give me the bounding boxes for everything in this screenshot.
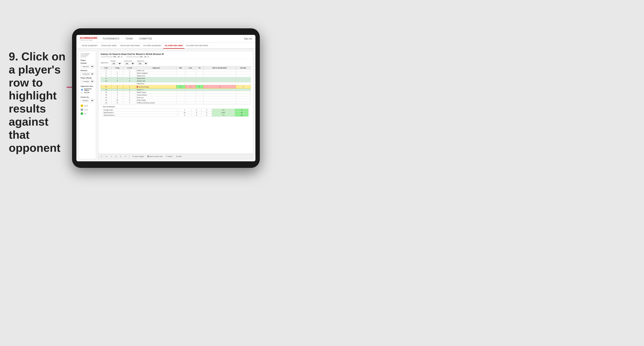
filters-row: Opponents: Region (All) Conference (All) [98,59,253,66]
toolbar-separator-1 [129,155,130,158]
col-rounds: Rounds [236,67,250,69]
player-section-label: Player [80,59,94,61]
opponent-view-section: Opponent view Opponents Played Top 100 [80,85,94,94]
table-row[interactable]: 914Sharon Mun [101,77,251,80]
col-win: Win [176,67,185,69]
opponents-label: Opponents: [101,62,108,63]
table-row[interactable]: 613Sydney Kuo [101,75,251,77]
col-reg: # Reg [111,67,123,69]
gender-select[interactable]: Women's [80,65,94,68]
table-row[interactable]: 1691Jessica Mason [101,94,251,96]
out-of-division-row[interactable]: Foreign Team1004.52 [103,109,249,111]
sidebar-player-section: Player Gender Women's Division NCAA Divi… [80,59,94,83]
table-row[interactable]: 31Esther Lee [101,69,251,72]
last-updated: Last Updated: 27/03/2024 16:55:38 [80,53,94,58]
data-panel: Katelyn Vo Head-to-Head Grid for Women's… [98,51,253,159]
legend-level-dot [80,108,83,111]
table-container: # Div # Reg # Conf Opponent Win Loss Tie… [98,66,253,154]
overall-record-label: Overall Record: [101,56,113,58]
gender-label: Gender [80,62,94,64]
opponent-filter-label: Opponent [137,60,148,62]
tab-team-h2h-grid[interactable]: TEAM H2H GRID [99,43,118,49]
division-select[interactable]: NCAA Division III [80,72,94,76]
conference-select[interactable]: (All) [124,62,135,65]
out-of-division-row[interactable]: NCAA Division 25007.410 [103,114,249,117]
nav-teams[interactable]: TEAMS [125,37,134,40]
copy-button[interactable]: ⎘ [120,156,122,158]
sign-out-button[interactable]: Sign out [244,37,252,40]
panel-title: Katelyn Vo Head-to-Head Grid for Women's… [101,53,251,55]
region-filter-label: Region [111,60,122,62]
region-filter: Region (All) [111,60,122,65]
table-row[interactable]: 1361 ▶Jessica Huang010-32 [101,85,251,89]
table-row[interactable]: 20117Federica Domecq Lacroze [101,102,251,104]
opponent-filter: Opponent (All) [137,60,148,65]
colour-by-label: Colour by [80,96,94,98]
out-of-division-title: Out of division [103,106,249,108]
watch-icon: 👁 [166,156,168,157]
save-custom-button[interactable]: 💾 Save Custom View [146,156,164,158]
col-div: # Div [101,67,112,69]
legend-up-label: Up [84,113,86,115]
share-button[interactable]: ⬆ Share [175,156,183,158]
tablet-screen: SCOREBOARD Powered by clippd TOURNAMENTS… [76,35,256,161]
table-row[interactable]: 1063Andrea York [101,80,251,82]
table-row[interactable]: 1585Stella Cheng [101,91,251,94]
overall-record-value: 353 - 34 - 6 [113,56,122,58]
panel-records: Overall Record: 353 - 34 - 6 Division Re… [101,56,251,58]
main-content: Last Updated: 27/03/2024 16:55:38 Player… [76,49,256,161]
sub-nav: TEAM SUMMARY TEAM H2H GRID TEAM H2H HEAT… [76,43,256,49]
opponent-select[interactable]: (All) [137,62,148,65]
redo-button[interactable]: ↻ [105,156,108,158]
table-row[interactable]: 1822Euna Lee [101,96,251,99]
watch-button[interactable]: 👁 Watch [165,156,173,158]
panel-header: Katelyn Vo Head-to-Head Grid for Women's… [98,51,253,59]
division-record-label: Division Record: [126,56,139,58]
legend-down-dot [80,104,83,107]
tab-player-summary[interactable]: PLAYER SUMMARY [142,43,163,49]
col-loss: Loss [185,67,196,69]
h2h-table: # Div # Reg # Conf Opponent Win Loss Tie… [101,66,251,104]
col-tie: Tie [196,67,203,69]
nav-tournaments[interactable]: TOURNAMENTS [102,37,120,40]
table-row[interactable]: 522Alexis Sudjianto [101,72,251,75]
top100-radio[interactable]: Top 100 [80,91,94,94]
logo: SCOREBOARD Powered by clippd [80,37,97,41]
bottom-toolbar: ↩ ↻ ⇥ ⊡ ⎘ ⏱ 👁 View: Original 💾 Save Cust… [98,154,253,159]
conference-filter: Conference (All) [124,60,135,65]
nav-items: TOURNAMENTS TEAMS COMMITTEE [102,37,244,40]
conference-filter-label: Conference [124,60,135,62]
opponent-view-label: Opponent view [80,85,94,87]
colour-by-select[interactable]: Win/loss [80,99,94,102]
legend-level: Level [80,108,94,111]
undo-button[interactable]: ↩ [100,156,103,158]
col-diff: Diff Av Strokes/Rnd [203,67,236,69]
out-of-division-section: Out of division Foreign Team1004.52NAIA … [101,104,251,118]
player-rank-label: Player (Rank) [80,77,94,79]
table-row[interactable]: Haeji Hyun [101,82,251,85]
eye-icon: 👁 [132,156,134,157]
tab-team-h2h-heatmap[interactable]: TEAM H2H HEATMAP [118,43,142,49]
division-label: Division [80,70,94,71]
col-conf: # Conf [123,67,136,69]
forward-button[interactable]: ⇥ [110,156,113,158]
opponents-played-radio[interactable]: Opponents Played [80,88,94,91]
legend-down-label: Down [84,105,88,107]
clock-button[interactable]: ⏱ [124,156,127,158]
nav-committee[interactable]: COMMITTEE [138,37,153,40]
table-row[interactable]: 1474Eunice Yi [101,89,251,91]
region-select[interactable]: (All) [111,62,122,65]
annotation-text: 9. Click on a player's row to highlight … [9,50,70,154]
view-original-button[interactable]: 👁 View: Original [132,156,145,158]
out-of-division-row[interactable]: NAIA Division 115009.26730 [103,111,249,114]
nav-bar: SCOREBOARD Powered by clippd TOURNAMENTS… [76,35,256,43]
legend-up-dot [80,112,83,115]
player-rank-select[interactable]: 8. Katelyn Vo [80,80,94,83]
crop-button[interactable]: ⊡ [114,156,118,158]
legend-up: Up [80,112,94,115]
tab-player-h2h-grid[interactable]: PLAYER H2H GRID [163,43,184,49]
share-icon: ⬆ [176,156,177,158]
table-row[interactable]: 19106Emily Chang [101,99,251,102]
tab-player-h2h-heatmap[interactable]: PLAYER H2H HEATMAP [184,43,210,49]
tab-team-summary[interactable]: TEAM SUMMARY [80,43,99,49]
